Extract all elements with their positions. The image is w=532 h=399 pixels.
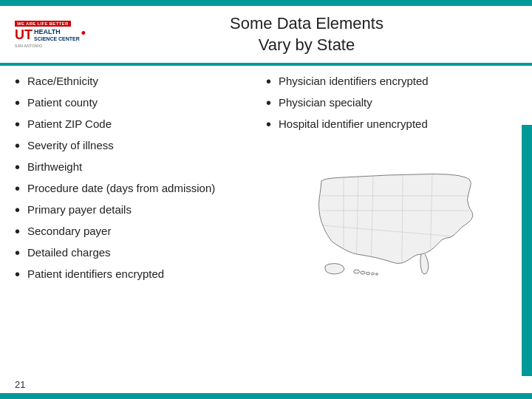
logo-health: HEALTH SCIENCE CENTER	[34, 29, 80, 41]
bullet-text: Hospital identifier unencrypted	[279, 116, 428, 132]
bullet-icon: •	[266, 117, 271, 132]
list-item: • Race/Ethnicity	[15, 73, 251, 89]
bullet-text: Primary payer details	[27, 202, 132, 217]
list-item: • Primary payer details	[15, 202, 251, 217]
bullet-icon: •	[15, 160, 20, 174]
bullet-text: Patient identifiers encrypted	[27, 266, 164, 282]
bullet-text: Patient ZIP Code	[27, 116, 112, 132]
bullet-icon: •	[15, 74, 20, 89]
bullet-icon: •	[15, 267, 20, 282]
bullet-icon: •	[266, 74, 271, 89]
bullet-icon: •	[15, 181, 20, 196]
content: • Race/Ethnicity • Patient county • Pati…	[0, 66, 532, 295]
top-bar	[0, 0, 532, 6]
bullet-text: Race/Ethnicity	[27, 73, 98, 89]
bullet-icon: •	[266, 95, 271, 110]
bullet-text: Detailed charges	[27, 245, 111, 260]
page-number: 21	[15, 379, 25, 390]
list-item: • Patient ZIP Code	[15, 116, 251, 132]
right-bullet-list: • Physician identifiers encrypted • Phys…	[266, 73, 517, 137]
list-item: • Procedure date (days from admission)	[15, 180, 251, 196]
left-bullet-list: • Race/Ethnicity • Patient county • Pati…	[15, 73, 251, 282]
svg-point-11	[372, 273, 375, 275]
list-item: • Physician specialty	[266, 95, 517, 110]
right-column: • Physician identifiers encrypted • Phys…	[266, 73, 517, 287]
bullet-text: Procedure date (days from admission)	[27, 180, 215, 196]
map-container	[266, 149, 517, 287]
bullet-text: Physician specialty	[279, 95, 372, 110]
svg-point-8	[354, 270, 360, 273]
bullet-text: Secondary payer	[27, 223, 111, 239]
list-item: • Hospital identifier unencrypted	[266, 116, 517, 132]
logo-ut: UT	[15, 27, 33, 43]
logo-dot: •	[81, 26, 86, 41]
slide-title: Some Data Elements Vary by State	[96, 13, 517, 55]
bullet-text: Birthweight	[27, 159, 82, 174]
logo-location: SAN ANTONIO	[15, 44, 42, 48]
header: WE ARE LIFE BETTER UT HEALTH SCIENCE CEN…	[0, 6, 532, 63]
logo: WE ARE LIFE BETTER UT HEALTH SCIENCE CEN…	[15, 14, 96, 55]
list-item: • Birthweight	[15, 159, 251, 174]
list-item: • Severity of illness	[15, 137, 251, 153]
right-accent-bar	[522, 125, 532, 376]
bullet-icon: •	[15, 117, 20, 132]
list-item: • Secondary payer	[15, 223, 251, 239]
title-area: Some Data Elements Vary by State	[96, 13, 517, 55]
bullet-icon: •	[15, 95, 20, 110]
logo-tagline: WE ARE LIFE BETTER	[15, 21, 71, 27]
us-map-icon	[296, 159, 488, 277]
svg-point-9	[361, 271, 365, 274]
list-item: • Detailed charges	[15, 245, 251, 260]
bullet-icon: •	[15, 245, 20, 260]
svg-point-10	[366, 272, 370, 275]
bullet-text: Physician identifiers encrypted	[279, 73, 429, 89]
bullet-icon: •	[15, 202, 20, 217]
svg-point-12	[376, 273, 378, 276]
list-item: • Patient identifiers encrypted	[15, 266, 251, 282]
bullet-text: Patient county	[27, 95, 98, 110]
left-column: • Race/Ethnicity • Patient county • Pati…	[15, 73, 251, 287]
list-item: • Physician identifiers encrypted	[266, 73, 517, 89]
bullet-icon: •	[15, 224, 20, 239]
bullet-text: Severity of illness	[27, 137, 114, 153]
list-item: • Patient county	[15, 95, 251, 110]
bottom-bar	[0, 393, 532, 399]
bullet-icon: •	[15, 138, 20, 153]
